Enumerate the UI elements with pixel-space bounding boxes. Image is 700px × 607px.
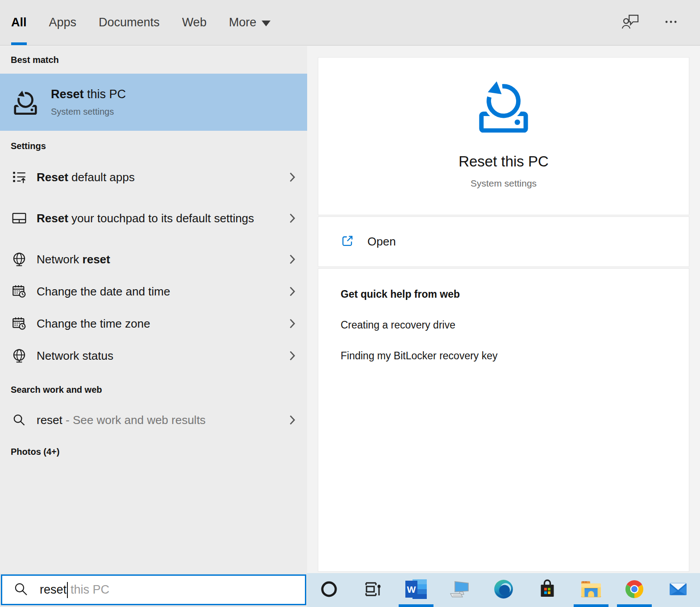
preview-hero-card: Reset this PC System settings bbox=[318, 57, 689, 215]
chevron-right-icon bbox=[289, 213, 296, 224]
result-network-reset[interactable]: Network reset bbox=[0, 243, 307, 275]
remote-desktop-button[interactable] bbox=[438, 573, 482, 607]
best-match-title: Reset this PC bbox=[51, 87, 126, 101]
task-view-button[interactable] bbox=[351, 573, 395, 607]
reset-default-apps-icon bbox=[12, 170, 27, 184]
tab-apps[interactable]: Apps bbox=[49, 0, 77, 45]
result-web-search[interactable]: reset - See work and web results bbox=[0, 404, 307, 436]
preview-panel: Reset this PC System settings Open Get q… bbox=[307, 46, 700, 573]
best-match-result[interactable]: Reset this PC System settings bbox=[0, 74, 307, 131]
quick-help-card: Get quick help from web Creating a recov… bbox=[318, 268, 689, 572]
search-icon bbox=[12, 413, 27, 427]
cortana-button[interactable] bbox=[307, 573, 351, 607]
calendar-clock-icon bbox=[12, 284, 27, 299]
search-area: reset this PC bbox=[0, 573, 307, 607]
help-link-recovery-drive[interactable]: Creating a recovery drive bbox=[341, 319, 667, 331]
quick-help-header: Get quick help from web bbox=[341, 288, 667, 300]
globe-icon bbox=[12, 349, 27, 363]
store-button[interactable] bbox=[525, 573, 569, 607]
chevron-right-icon bbox=[289, 254, 296, 265]
chrome-button[interactable] bbox=[613, 573, 657, 607]
result-reset-default-apps[interactable]: Reset default apps bbox=[0, 161, 307, 193]
result-change-time-zone[interactable]: Change the time zone bbox=[0, 308, 307, 340]
store-icon bbox=[538, 579, 557, 601]
result-label: Change the date and time bbox=[37, 283, 170, 300]
result-change-date-time[interactable]: Change the date and time bbox=[0, 275, 307, 308]
settings-header: Settings bbox=[0, 131, 307, 161]
ellipsis-icon[interactable] bbox=[663, 17, 679, 29]
open-action[interactable]: Open bbox=[318, 216, 689, 267]
edge-icon bbox=[493, 579, 514, 601]
mail-icon bbox=[668, 579, 688, 601]
taskbar: W bbox=[307, 573, 700, 607]
search-suggestion-text: this PC bbox=[71, 583, 109, 597]
reset-pc-icon bbox=[12, 88, 38, 116]
result-label: Network status bbox=[37, 347, 113, 365]
photos-header: Photos (4+) bbox=[0, 439, 307, 465]
word-button[interactable]: W bbox=[395, 573, 438, 607]
bottom-bar: reset this PC bbox=[0, 573, 700, 607]
text-cursor bbox=[67, 582, 68, 598]
results-panel: Best match Reset this PC System settings… bbox=[0, 46, 307, 573]
search-filter-tabs: All Apps Documents Web More bbox=[0, 0, 700, 46]
task-view-icon bbox=[362, 579, 383, 601]
best-match-subtitle: System settings bbox=[51, 107, 126, 117]
file-explorer-icon bbox=[580, 580, 602, 600]
touchpad-icon bbox=[12, 211, 27, 225]
chevron-right-icon bbox=[289, 415, 296, 425]
chevron-right-icon bbox=[289, 350, 296, 361]
best-match-header: Best match bbox=[0, 46, 307, 74]
feedback-icon[interactable] bbox=[621, 13, 640, 33]
chevron-right-icon bbox=[289, 172, 296, 183]
file-explorer-button[interactable] bbox=[569, 573, 613, 607]
result-label: reset - See work and web results bbox=[37, 411, 206, 429]
result-network-status[interactable]: Network status bbox=[0, 340, 307, 372]
search-typed-text: reset bbox=[40, 583, 67, 597]
tab-documents[interactable]: Documents bbox=[99, 0, 160, 45]
chrome-icon bbox=[625, 579, 644, 601]
remote-desktop-icon bbox=[450, 579, 470, 601]
result-reset-touchpad[interactable]: Reset your touchpad to its default setti… bbox=[0, 193, 307, 243]
reset-pc-icon-large bbox=[476, 75, 531, 134]
result-label: Reset default apps bbox=[37, 168, 135, 186]
tab-more[interactable]: More bbox=[229, 0, 271, 45]
edge-button[interactable] bbox=[482, 573, 525, 607]
mail-button[interactable] bbox=[656, 573, 700, 607]
chevron-right-icon bbox=[289, 286, 296, 297]
cortana-icon bbox=[319, 579, 339, 601]
search-icon bbox=[14, 582, 28, 598]
result-label: Change the time zone bbox=[37, 315, 150, 333]
globe-icon bbox=[12, 252, 27, 266]
tab-web[interactable]: Web bbox=[182, 0, 207, 45]
word-icon: W bbox=[405, 579, 427, 601]
preview-title: Reset this PC bbox=[458, 153, 549, 170]
search-work-web-header: Search work and web bbox=[0, 375, 307, 404]
tab-more-label: More bbox=[229, 16, 257, 29]
chevron-right-icon bbox=[289, 318, 296, 329]
result-label: Network reset bbox=[37, 250, 110, 268]
chevron-down-icon bbox=[262, 21, 271, 26]
search-input[interactable]: reset this PC bbox=[1, 574, 306, 605]
svg-text:W: W bbox=[407, 584, 416, 595]
search-flyout: All Apps Documents Web More Best match bbox=[0, 0, 700, 607]
open-label: Open bbox=[367, 235, 396, 249]
result-label: Reset your touchpad to its default setti… bbox=[37, 209, 254, 227]
help-link-bitlocker-key[interactable]: Finding my BitLocker recovery key bbox=[341, 350, 667, 362]
calendar-clock-icon bbox=[12, 316, 27, 331]
tab-all[interactable]: All bbox=[11, 0, 27, 45]
open-external-icon bbox=[341, 234, 354, 249]
preview-subtitle: System settings bbox=[471, 178, 537, 189]
